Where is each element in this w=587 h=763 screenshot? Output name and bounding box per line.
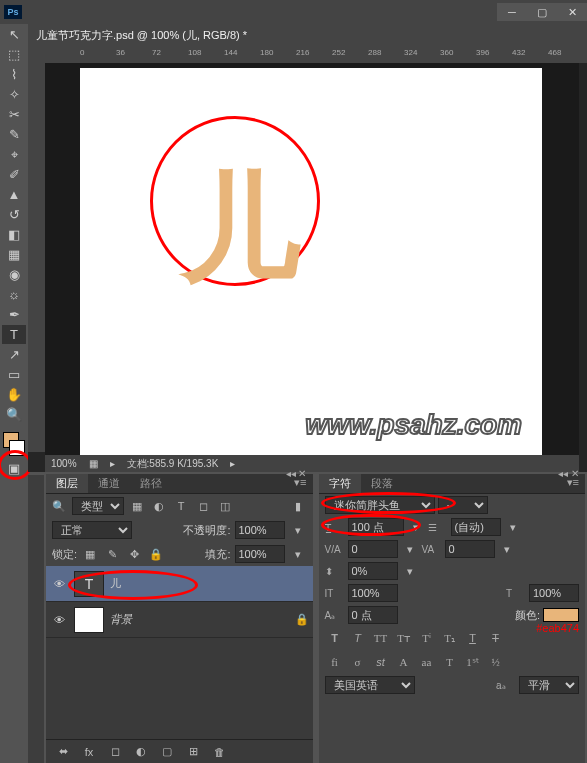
antialias-select[interactable]: 平滑	[519, 676, 579, 694]
layer-thumbnail[interactable]	[74, 607, 104, 633]
ordinal-button[interactable]: aa	[417, 653, 437, 671]
tracking-input[interactable]	[445, 540, 495, 558]
kerning-input[interactable]	[348, 540, 398, 558]
hscale-input[interactable]	[529, 584, 579, 602]
ligature-button[interactable]: fi	[325, 653, 345, 671]
dropdown-icon[interactable]: ▾	[498, 540, 516, 558]
close-button[interactable]: ✕	[557, 3, 587, 21]
maximize-button[interactable]: ▢	[527, 3, 557, 21]
visibility-icon[interactable]: 👁	[50, 614, 68, 626]
allcaps-button[interactable]: TT	[371, 629, 391, 647]
fx-icon[interactable]: fx	[80, 743, 98, 761]
mask-icon[interactable]: ◻	[106, 743, 124, 761]
panel-collapse-strip[interactable]	[28, 475, 44, 763]
titling-button[interactable]: A	[394, 653, 414, 671]
text-color-swatch[interactable]	[543, 608, 579, 622]
blur-tool-icon[interactable]: ◉	[2, 265, 26, 284]
right-arrow-icon[interactable]: ▸	[230, 458, 235, 469]
language-select[interactable]: 美国英语	[325, 676, 415, 694]
stamp-tool-icon[interactable]: ▲	[2, 185, 26, 204]
strike-button[interactable]: T	[486, 629, 506, 647]
layer-name[interactable]: 儿	[110, 576, 121, 591]
italic-button[interactable]: T	[348, 629, 368, 647]
baseline-input[interactable]	[348, 606, 398, 624]
filter-type-icon[interactable]: T	[172, 497, 190, 515]
lock-pixels-icon[interactable]: ▦	[81, 545, 99, 563]
link-icon[interactable]: ⬌	[54, 743, 72, 761]
history-brush-icon[interactable]: ↺	[2, 205, 26, 224]
layer-name[interactable]: 背景	[110, 612, 132, 627]
lasso-tool-icon[interactable]: ⌇	[2, 65, 26, 84]
dodge-tool-icon[interactable]: ☼	[2, 285, 26, 304]
trash-icon[interactable]: 🗑	[210, 743, 228, 761]
brush-tool-icon[interactable]: ✐	[2, 165, 26, 184]
new-layer-icon[interactable]: ⊞	[184, 743, 202, 761]
marquee-tool-icon[interactable]: ⬚	[2, 45, 26, 64]
tab-paths[interactable]: 路径	[130, 474, 172, 493]
font-size-input[interactable]	[348, 518, 404, 536]
canvas-viewport[interactable]: 儿 www.psahz.com	[45, 63, 579, 455]
dropdown-icon[interactable]: ▾	[401, 562, 419, 580]
dropdown-icon[interactable]: ▾	[407, 518, 425, 536]
oldstyle-button[interactable]: 1ˢᵗ	[463, 653, 483, 671]
scale-input[interactable]	[348, 562, 398, 580]
contextual-button[interactable]: σ	[348, 653, 368, 671]
stylistic-button[interactable]: T	[440, 653, 460, 671]
lock-brush-icon[interactable]: ✎	[103, 545, 121, 563]
tab-paragraph[interactable]: 段落	[361, 474, 403, 493]
dropdown-icon[interactable]: ▾	[401, 540, 419, 558]
dropdown-icon[interactable]: ▾	[504, 518, 522, 536]
view-icon[interactable]: ▦	[89, 458, 98, 469]
layer-filter-select[interactable]: 类型	[72, 497, 124, 515]
adjustment-icon[interactable]: ◐	[132, 743, 150, 761]
layer-row[interactable]: 👁 背景 🔒	[46, 602, 313, 638]
leading-input[interactable]	[451, 518, 501, 536]
zoom-level[interactable]: 100%	[51, 458, 77, 469]
eraser-tool-icon[interactable]: ◧	[2, 225, 26, 244]
eyedropper-tool-icon[interactable]: ✎	[2, 125, 26, 144]
tab-layers[interactable]: 图层	[46, 474, 88, 493]
filter-smart-icon[interactable]: ◫	[216, 497, 234, 515]
pen-tool-icon[interactable]: ✒	[2, 305, 26, 324]
path-tool-icon[interactable]: ↗	[2, 345, 26, 364]
blend-mode-select[interactable]: 正常	[52, 521, 132, 539]
font-style-select[interactable]: ·	[438, 496, 488, 514]
filter-toggle-icon[interactable]: ▮	[289, 497, 307, 515]
opacity-input[interactable]	[235, 521, 285, 539]
background-color-swatch[interactable]	[9, 440, 25, 456]
layer-thumbnail[interactable]: T	[74, 571, 104, 597]
group-icon[interactable]: ▢	[158, 743, 176, 761]
gradient-tool-icon[interactable]: ▦	[2, 245, 26, 264]
minimize-button[interactable]: ─	[497, 3, 527, 21]
dropdown-icon[interactable]: ▾	[289, 545, 307, 563]
subscript-button[interactable]: T₁	[440, 629, 460, 647]
fill-input[interactable]	[235, 545, 285, 563]
dropdown-icon[interactable]: ▾	[289, 521, 307, 539]
healing-tool-icon[interactable]: ⌖	[2, 145, 26, 164]
smallcaps-button[interactable]: Tᴛ	[394, 629, 414, 647]
underline-button[interactable]: T	[463, 629, 483, 647]
visibility-icon[interactable]: 👁	[50, 578, 68, 590]
lock-all-icon[interactable]: 🔒	[147, 545, 165, 563]
shape-tool-icon[interactable]: ▭	[2, 365, 26, 384]
filter-adjust-icon[interactable]: ◐	[150, 497, 168, 515]
wand-tool-icon[interactable]: ✧	[2, 85, 26, 104]
layer-row[interactable]: 👁 T 儿	[46, 566, 313, 602]
lock-position-icon[interactable]: ✥	[125, 545, 143, 563]
zoom-tool-icon[interactable]: 🔍	[2, 405, 26, 424]
swash-button[interactable]: st	[371, 653, 391, 671]
hand-tool-icon[interactable]: ✋	[2, 385, 26, 404]
superscript-button[interactable]: Tⁱ	[417, 629, 437, 647]
fraction-button[interactable]: ½	[486, 653, 506, 671]
bold-button[interactable]: T	[325, 629, 345, 647]
crop-tool-icon[interactable]: ✂	[2, 105, 26, 124]
filter-image-icon[interactable]: ▦	[128, 497, 146, 515]
vscale-input[interactable]	[348, 584, 398, 602]
document-tab[interactable]: 儿童节巧克力字.psd @ 100% (儿, RGB/8) *	[28, 24, 587, 46]
quickmask-icon[interactable]: ▣	[2, 459, 26, 478]
tab-channels[interactable]: 通道	[88, 474, 130, 493]
move-tool-icon[interactable]: ↖	[2, 25, 26, 44]
filter-shape-icon[interactable]: ◻	[194, 497, 212, 515]
font-family-select[interactable]: 迷你简胖头鱼	[325, 496, 435, 514]
type-tool-icon[interactable]: T	[2, 325, 26, 344]
